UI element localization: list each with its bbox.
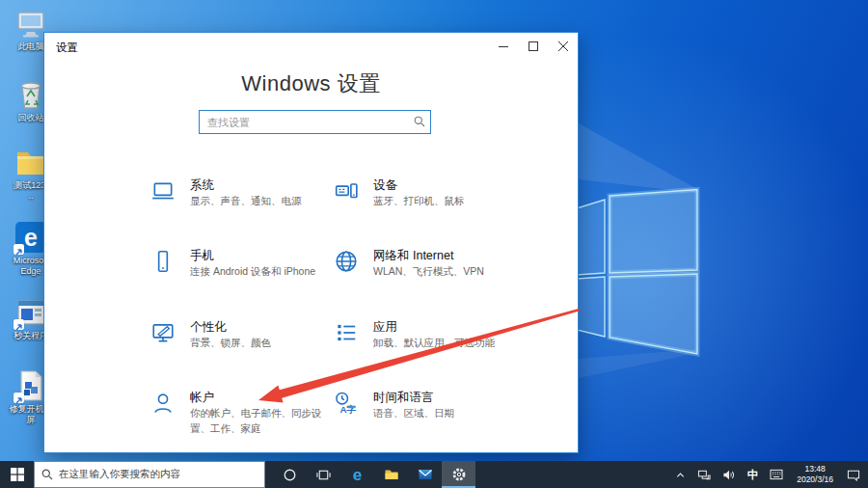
volume-tray-button[interactable] (719, 461, 740, 488)
taskbar: 在这里输入你要搜索的内容 e (0, 461, 868, 488)
category-title: 帐户 (190, 390, 327, 405)
window-titlebar[interactable]: 设置 (44, 33, 578, 60)
action-center-button[interactable] (843, 461, 864, 488)
settings-category-time-language[interactable]: A字 时间和语言 语音、区域、日期 (334, 390, 512, 421)
edge-taskbar-button[interactable]: e (340, 461, 374, 488)
search-icon (414, 116, 425, 127)
shortcut-arrow-badge (14, 244, 24, 255)
shortcut-arrow-badge (14, 319, 24, 330)
search-icon (41, 469, 53, 480)
category-title: 个性化 (190, 319, 271, 335)
category-subtitle: 显示、声音、通知、电源 (190, 194, 302, 209)
personalization-icon (150, 320, 176, 349)
ime-indicator[interactable]: 中 (744, 461, 763, 488)
category-subtitle: 你的帐户、电子邮件、同步设置、工作、家庭 (190, 406, 327, 437)
settings-taskbar-button[interactable] (442, 461, 475, 488)
minimize-icon (499, 41, 508, 51)
category-title: 网络和 Internet (373, 248, 484, 263)
category-subtitle: 背景、锁屏、颜色 (190, 336, 271, 351)
folder-icon (384, 467, 399, 482)
chevron-up-icon (675, 470, 686, 480)
system-tray: 中 13:48 2020/3/16 (671, 461, 868, 488)
tray-date: 2020/3/16 (797, 474, 833, 485)
gear-icon (451, 467, 467, 482)
category-subtitle: 语音、区域、日期 (373, 406, 454, 421)
category-subtitle: 连接 Android 设备和 iPhone (190, 264, 315, 280)
file-explorer-button[interactable] (374, 461, 408, 488)
windows-logo-icon (11, 468, 24, 481)
time-language-icon: A字 (334, 391, 359, 420)
task-view-button[interactable] (307, 461, 340, 488)
close-button[interactable] (548, 33, 578, 60)
mail-icon (418, 467, 433, 482)
svg-text:e: e (24, 224, 38, 251)
category-title: 设备 (373, 177, 465, 193)
accounts-person-icon (150, 391, 176, 420)
maximize-button[interactable] (518, 33, 548, 60)
svg-text:A字: A字 (340, 404, 357, 415)
keyboard-icon (770, 469, 783, 480)
category-title: 手机 (190, 248, 315, 263)
settings-heading: Windows 设置 (44, 69, 578, 98)
settings-category-apps[interactable]: 应用 卸载、默认应用、可选功能 (334, 319, 512, 351)
category-title: 时间和语言 (373, 390, 454, 405)
clock[interactable]: 13:48 2020/3/16 (791, 461, 839, 488)
devices-icon (334, 178, 359, 207)
apps-list-icon (334, 320, 359, 349)
action-center-icon (847, 469, 860, 481)
screen: 此电脑 回收站 测试123. .. e (0, 0, 868, 488)
taskbar-search-placeholder: 在这里输入你要搜索的内容 (59, 468, 180, 481)
category-subtitle: WLAN、飞行模式、VPN (373, 264, 484, 280)
network-globe-icon (334, 249, 359, 278)
settings-category-accounts[interactable]: 帐户 你的帐户、电子邮件、同步设置、工作、家庭 (150, 390, 329, 437)
edge-icon: e (353, 467, 362, 483)
taskbar-search-box[interactable]: 在这里输入你要搜索的内容 (34, 461, 265, 488)
category-subtitle: 蓝牙、打印机、鼠标 (373, 194, 465, 209)
window-title: 设置 (56, 41, 78, 55)
settings-category-personalization[interactable]: 个性化 背景、锁屏、颜色 (150, 319, 329, 351)
network-tray-button[interactable] (693, 461, 715, 488)
category-title: 系统 (190, 177, 302, 193)
tray-time: 13:48 (797, 464, 833, 474)
system-icon (150, 178, 176, 207)
settings-category-phone[interactable]: 手机 连接 Android 设备和 iPhone (150, 248, 329, 280)
settings-category-system[interactable]: 系统 显示、声音、通知、电源 (150, 177, 329, 209)
start-button[interactable] (0, 461, 34, 488)
category-subtitle: 卸载、默认应用、可选功能 (373, 336, 495, 351)
settings-search-input[interactable] (199, 110, 431, 134)
tray-chevron-button[interactable] (671, 461, 690, 488)
volume-icon (722, 469, 736, 481)
task-view-icon (316, 468, 331, 482)
phone-icon (150, 249, 176, 278)
category-title: 应用 (373, 319, 495, 335)
shortcut-arrow-badge (14, 393, 24, 403)
touch-keyboard-button[interactable] (766, 461, 787, 488)
settings-category-devices[interactable]: 设备 蓝牙、打印机、鼠标 (334, 177, 512, 209)
close-icon (558, 41, 568, 51)
settings-window: 设置 Windows 设置 (43, 32, 579, 453)
cortana-icon (283, 468, 297, 482)
settings-category-network[interactable]: 网络和 Internet WLAN、飞行模式、VPN (334, 248, 512, 280)
maximize-icon (529, 41, 538, 51)
network-icon (697, 469, 711, 481)
cortana-button[interactable] (273, 461, 307, 488)
mail-button[interactable] (408, 461, 442, 488)
minimize-button[interactable] (488, 33, 518, 60)
ime-label: 中 (747, 468, 759, 482)
